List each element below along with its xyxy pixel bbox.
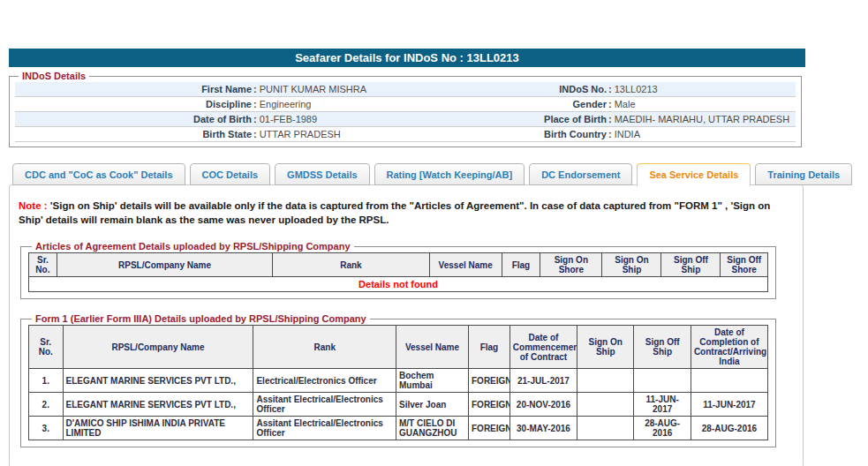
field-value: PUNIT KUMAR MISHRA [260,82,366,96]
column-header: RPSL/Company Name [57,253,272,277]
tab-rating[interactable]: Rating [Watch Keeping/AB] [374,163,525,185]
column-header: Sign On Ship [602,253,661,277]
info-field: Date of Birth:01-FEB-1989 [15,112,405,126]
field-separator: : [607,127,615,141]
table-cell: ELEGANT MARINE SERVICES PVT LTD., [63,393,253,417]
column-header: Rank [253,326,396,369]
table-cell: Assitant Electrical/Electronics Officer [253,393,396,417]
table-cell [577,393,634,417]
field-value: 01-FEB-1989 [260,112,317,126]
column-header: Sr. No. [29,326,64,369]
table-cell: 21-JUL-2017 [509,369,577,393]
tab-training[interactable]: Training Details [755,163,852,185]
tabstrip: CDC and "CoC as Cook" DetailsCOC Details… [12,163,868,185]
table-cell: 11-JUN-2017 [691,393,767,417]
field-label: Discipline [15,97,252,111]
table-cell: 20-NOV-2016 [509,393,577,417]
tab-dc-endorsement[interactable]: DC Endorsement [529,163,632,185]
table-cell: D'AMICO SHIP ISHIMA INDIA PRIVATE LIMITE… [63,417,253,440]
articles-of-agreement-legend: Articles of Agreement Details uploaded b… [32,241,354,252]
form1-table: Sr. No.RPSL/Company NameRankVessel NameF… [28,325,768,440]
field-value: MAEDIH- MARIAHU, UTTAR PRADESH [615,112,789,126]
form1-fieldset: Form 1 (Earlier Form IIIA) Details uploa… [20,313,776,447]
column-header: Sign On Shore [540,253,602,277]
column-header: Sign Off Shore [721,253,768,277]
table-cell: 28-AUG-2016 [691,417,767,440]
table-cell: 11-JUN-2017 [634,393,691,417]
info-field: INDoS No.:13LL0213 [405,82,796,96]
field-label: First Name [15,82,252,96]
table-cell: 2. [29,393,64,417]
tab-gmdss[interactable]: GMDSS Details [275,163,369,185]
table-cell [577,417,634,440]
table-header-row: Sr. No.RPSL/Company NameRankVessel NameF… [29,326,768,369]
field-value: Male [615,97,636,111]
field-label: Birth State [15,127,252,141]
table-cell: 1. [29,369,64,393]
column-header: Flag [469,326,510,369]
info-field: Place of Birth:MAEDIH- MARIAHU, UTTAR PR… [405,112,796,126]
table-cell: ELEGANT MARINE SERVICES PVT LTD., [63,369,253,393]
field-label: Gender [405,97,607,111]
field-separator: : [252,82,260,96]
column-header: Rank [273,253,429,277]
info-field: Birth State:UTTAR PRADESH [15,127,405,141]
field-value: UTTAR PRADESH [260,127,341,141]
table-cell: 3. [29,417,64,440]
table-cell: Electrical/Electronics Officer [253,369,396,393]
table-cell: Silver Joan [396,393,468,417]
table-cell [634,369,691,393]
field-label: Birth Country [405,127,607,141]
table-header-row: Sr. No.RPSL/Company NameRankVessel NameF… [29,253,768,277]
field-value: INDIA [615,127,640,141]
column-header: RPSL/Company Name [63,326,253,369]
field-separator: : [607,97,615,111]
table-cell: 30-MAY-2016 [509,417,577,440]
page-title: Seafarer Details for INDoS No : 13LL0213 [9,49,805,67]
field-separator: : [607,112,615,126]
column-header: Flag [502,253,540,277]
indos-details-grid: First Name:PUNIT KUMAR MISHRAINDoS No.:1… [15,82,796,142]
column-header: Sr. No. [29,253,57,277]
table-cell [577,369,634,393]
info-row: Date of Birth:01-FEB-1989Place of Birth:… [15,112,796,127]
info-field: First Name:PUNIT KUMAR MISHRA [15,82,405,96]
field-label: INDoS No. [405,82,607,96]
table-cell: FOREIGN [469,417,510,440]
tab-content-panel: Note : 'Sign on Ship' details will be av… [9,184,804,466]
field-separator: : [252,112,260,126]
table-cell: FOREIGN [469,369,510,393]
column-header: Sign Off Ship [634,326,691,369]
info-row: First Name:PUNIT KUMAR MISHRAINDoS No.:1… [15,82,796,97]
table-cell: M/T CIELO DI GUANGZHOU [396,417,468,440]
field-value: Engineering [260,97,312,111]
column-header: Date of Commencement of Contract [509,326,577,369]
tab-sea-service[interactable]: Sea Service Details [637,163,751,186]
table-cell: 28-AUG-2016 [634,417,691,440]
field-label: Date of Birth [15,112,252,126]
table-cell [691,369,767,393]
column-header: Vessel Name [429,253,502,277]
table-row: 1.ELEGANT MARINE SERVICES PVT LTD.,Elect… [29,369,768,393]
field-separator: : [252,127,260,141]
articles-of-agreement-fieldset: Articles of Agreement Details uploaded b… [20,241,776,299]
tab-coc[interactable]: COC Details [190,163,271,185]
indos-details-legend: INDoS Details [19,71,89,81]
info-row: Birth State:UTTAR PRADESHBirth Country:I… [15,127,796,142]
table-row: 3.D'AMICO SHIP ISHIMA INDIA PRIVATE LIMI… [29,417,768,440]
info-row: Discipline:EngineeringGender:Male [15,97,796,112]
info-field: Birth Country:INDIA [405,127,796,141]
column-header: Sign On Ship [577,326,634,369]
tab-cdc-coc-cook[interactable]: CDC and "CoC as Cook" Details [12,163,185,185]
info-field: Gender:Male [405,97,796,111]
articles-of-agreement-table: Sr. No.RPSL/Company NameRankVessel NameF… [28,252,768,292]
field-separator: : [607,82,615,96]
table-cell: Bochem Mumbai [396,369,468,393]
form1-legend: Form 1 (Earlier Form IIIA) Details uploa… [32,313,370,324]
table-empty-row: Details not found [29,277,768,292]
table-cell: Assitant Electrical/Electronics Officer [253,417,396,440]
note-body: 'Sign on Ship' details will be available… [19,200,770,225]
table-row: 2.ELEGANT MARINE SERVICES PVT LTD.,Assit… [29,393,768,417]
details-not-found-message: Details not found [29,277,768,292]
field-label: Place of Birth [405,112,607,126]
